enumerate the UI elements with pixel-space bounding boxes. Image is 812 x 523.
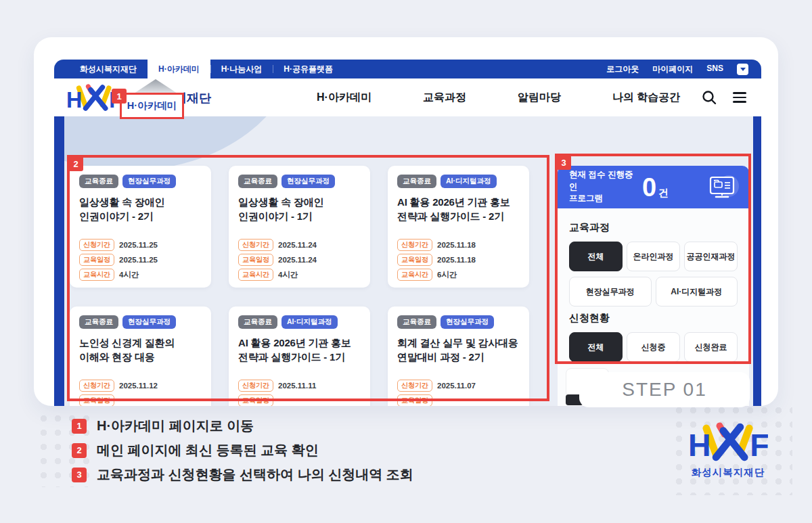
info-label-tag: 교육시간 xyxy=(79,269,114,281)
topbar-tab[interactable]: 화성시복지재단 xyxy=(69,60,148,78)
course-info: 신청기간 2025.11.07 교육일정 xyxy=(397,380,520,406)
filter-button[interactable]: 전체 xyxy=(569,332,623,362)
site-topbar: 화성시복지재단H·아카데미H·나눔사업H·공유플랫폼 로그아웃마이페이지SNS xyxy=(54,60,761,78)
course-info-row: 교육시간 4시간 xyxy=(238,269,361,281)
course-status-badge: 교육종료 xyxy=(397,175,436,188)
course-badges: 교육종료현장실무과정 xyxy=(79,315,202,329)
annotation-number-3: 3 xyxy=(556,155,571,170)
info-label-tag: 교육일정 xyxy=(79,394,114,406)
info-value: 2025.11.18 xyxy=(437,241,476,249)
left-edge-decoration xyxy=(54,116,64,406)
info-label-tag: 신청기간 xyxy=(238,380,273,392)
legend-number-badge: 2 xyxy=(72,443,87,458)
filter-button[interactable]: 신청중 xyxy=(627,332,680,362)
course-status-badge: 현장실무과정 xyxy=(441,315,494,329)
topbar-link[interactable]: SNS xyxy=(706,64,723,75)
course-title: AI 활용 2026년 기관 홍보 전략과 실행가이드 - 1기 xyxy=(238,336,361,364)
menu-icon[interactable] xyxy=(733,92,746,103)
search-icon[interactable] xyxy=(702,90,717,105)
info-label-tag: 신청기간 xyxy=(79,380,114,392)
course-card[interactable]: 교육종료현장실무과정 일상생활 속 장애인 인권이야기 - 1기 신청기간 20… xyxy=(229,166,370,288)
legend-text: 메인 페이지에 최신 등록된 교육 확인 xyxy=(97,441,319,459)
legend: 1 H·아카데미 페이지로 이동 2 메인 페이지에 최신 등록된 교육 확인 … xyxy=(72,417,413,484)
filter-section: 교육과정 전체온라인과정공공인재과정 현장실무과정AI·디지털과정 xyxy=(569,221,738,306)
topbar-tab[interactable]: H·아카데미 xyxy=(148,60,210,78)
info-label-tag: 교육시간 xyxy=(238,269,273,281)
banner-label: 현재 접수 진행중인 프로그램 xyxy=(569,169,639,205)
step-label: STEP 01 xyxy=(579,372,750,407)
course-card[interactable]: 교육종료현장실무과정 회계 결산 실무 및 감사대응 연말대비 과정 - 2기 … xyxy=(388,306,529,406)
course-info: 신청기간 2025.11.18 교육일정 2025.11.18 교육시간 6시간 xyxy=(397,239,520,281)
course-card[interactable]: 교육종료AI·디지털과정 AI 활용 2026년 기관 홍보 전략과 실행가이드… xyxy=(229,306,370,406)
main-nav-item[interactable]: 교육과정 xyxy=(423,91,466,105)
course-card[interactable]: 교육종료AI·디지털과정 AI 활용 2026년 기관 홍보 전략과 실행가이드… xyxy=(388,166,529,288)
course-info-row: 신청기간 2025.11.07 xyxy=(397,380,520,392)
topbar-utility-links: 로그아웃마이페이지SNS xyxy=(606,60,761,78)
info-label-tag: 교육일정 xyxy=(238,394,273,406)
course-title: 회계 결산 실무 및 감사대응 연말대비 과정 - 2기 xyxy=(397,336,520,364)
filter-button-row: 현장실무과정AI·디지털과정 xyxy=(569,277,738,306)
main-nav-item[interactable]: 나의 학습공간 xyxy=(612,91,680,105)
filter-section-title: 교육과정 xyxy=(569,221,738,234)
course-info-row: 교육일정 xyxy=(397,394,520,406)
course-info-row: 신청기간 2025.11.25 xyxy=(79,239,202,251)
filter-button[interactable]: 온라인과정 xyxy=(627,242,680,271)
filter-button[interactable]: AI·디지털과정 xyxy=(656,277,738,306)
course-info-row: 교육일정 xyxy=(238,394,361,406)
legend-item: 1 H·아카데미 페이지로 이동 xyxy=(72,417,413,435)
legend-text: H·아카데미 페이지로 이동 xyxy=(97,417,254,435)
info-value: 4시간 xyxy=(119,270,139,280)
filter-button[interactable]: 공공인재과정 xyxy=(684,242,738,271)
course-status-badge: AI·디지털과정 xyxy=(441,175,497,188)
annotation-number-2: 2 xyxy=(68,156,83,171)
info-value: 2025.11.24 xyxy=(278,241,317,249)
course-status-badge: 현장실무과정 xyxy=(122,175,176,188)
info-label-tag: 신청기간 xyxy=(79,239,114,251)
topbar-link[interactable]: 로그아웃 xyxy=(606,64,639,75)
circle-decoration xyxy=(54,116,298,170)
course-info-row: 교육시간 4시간 xyxy=(79,269,202,281)
course-badges: 교육종료AI·디지털과정 xyxy=(397,175,520,188)
active-programs-banner: 현재 접수 진행중인 프로그램 0 건 xyxy=(558,166,749,208)
topbar-tab[interactable]: H·공유플랫폼 xyxy=(273,60,344,78)
course-title: 일상생활 속 장애인 인권이야기 - 2기 xyxy=(79,195,202,223)
info-value: 2025.11.11 xyxy=(278,382,316,390)
chevron-down-icon xyxy=(740,68,746,71)
course-info-row: 교육일정 xyxy=(79,394,202,406)
dropdown-item-h-academy[interactable]: H·아카데미 xyxy=(127,99,177,112)
topbar-tabs: 화성시복지재단H·아카데미H·나눔사업H·공유플랫폼 xyxy=(69,60,344,78)
filter-button-row: 전체신청중신청완료 xyxy=(569,332,738,362)
course-info-row: 교육일정 2025.11.18 xyxy=(397,254,520,266)
topbar-tab[interactable]: H·나눔사업 xyxy=(210,60,273,78)
svg-text:H: H xyxy=(688,428,711,462)
course-info-row: 교육일정 2025.11.25 xyxy=(79,254,202,266)
info-label-tag: 교육일정 xyxy=(397,254,432,266)
filter-button[interactable]: 전체 xyxy=(569,242,623,271)
sns-dropdown-button[interactable] xyxy=(737,64,748,75)
main-nav-item[interactable]: 알림마당 xyxy=(518,91,561,105)
banner-count: 0 건 xyxy=(642,175,669,200)
hwf-footer-logo: H F 화성시복지재단 xyxy=(678,422,778,479)
course-card[interactable]: 교육종료현장실무과정 노인성 신경계 질환의 이해와 현장 대응 신청기간 20… xyxy=(70,306,211,406)
info-label-tag: 교육시간 xyxy=(397,269,432,281)
annotation-box-1: H·아카데미 xyxy=(120,93,184,119)
legend-number-badge: 1 xyxy=(72,419,87,434)
course-info: 신청기간 2025.11.11 교육일정 xyxy=(238,380,361,406)
filter-button[interactable]: 현장실무과정 xyxy=(569,277,652,306)
filter-button-row: 전체온라인과정공공인재과정 xyxy=(569,242,738,271)
legend-text: 교육과정과 신청현황을 선택하여 나의 신청내역 조회 xyxy=(97,465,413,484)
topbar-link[interactable]: 마이페이지 xyxy=(652,64,693,75)
course-status-badge: 교육종료 xyxy=(238,315,277,329)
info-label-tag: 신청기간 xyxy=(397,380,432,392)
course-info-row: 신청기간 2025.11.12 xyxy=(79,380,202,392)
info-value: 2025.11.12 xyxy=(119,382,158,390)
course-card-grid: 교육종료현장실무과정 일상생활 속 장애인 인권이야기 - 2기 신청기간 20… xyxy=(70,166,529,406)
main-nav: H·아카데미교육과정알림마당나의 학습공간 xyxy=(317,78,680,116)
main-nav-item[interactable]: H·아카데미 xyxy=(317,91,371,105)
legend-item: 3 교육과정과 신청현황을 선택하여 나의 신청내역 조회 xyxy=(72,465,413,484)
course-card[interactable]: 교육종료현장실무과정 일상생활 속 장애인 인권이야기 - 2기 신청기간 20… xyxy=(70,166,211,288)
filter-button[interactable]: 신청완료 xyxy=(684,332,738,362)
info-value: 2025.11.07 xyxy=(437,382,476,390)
svg-text:F: F xyxy=(750,428,768,462)
course-title: 노인성 신경계 질환의 이해와 현장 대응 xyxy=(79,336,202,364)
